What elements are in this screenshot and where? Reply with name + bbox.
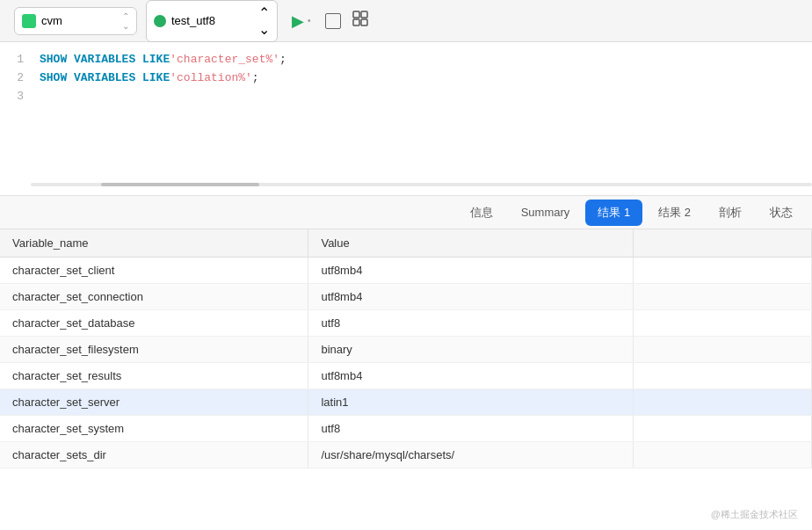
results-table: Variable_name Value character_set_client… [0,229,812,468]
tab-status[interactable]: 状态 [758,200,805,226]
svg-rect-0 [353,11,359,18]
code-line-2: SHOW VARIABLES LIKE 'collation%'; [40,69,803,88]
table-row: character_set_clientutf8mb4 [0,258,812,284]
tab-summary[interactable]: Summary [509,200,583,224]
tab-info[interactable]: 信息 [458,200,505,226]
string-collation: 'collation%' [170,69,252,88]
toolbar: cvm ⌃⌄ test_utf8 ⌃⌄ ▶ • [0,0,812,42]
table-row: character_set_serverlatin1 [0,389,812,416]
cell-variable-name: character_set_results [0,363,308,389]
cell-extra [633,337,811,363]
table-row: character_set_resultsutf8mb4 [0,363,812,389]
cell-variable-name: character_set_filesystem [0,337,308,363]
cell-value: utf8 [308,416,633,442]
table-row: character_set_connectionutf8mb4 [0,284,812,310]
cell-value: utf8mb4 [308,284,633,310]
code-line-1: SHOW VARIABLES LIKE 'character_set%'; [40,51,803,69]
run-dot: • [308,16,311,25]
cell-extra [633,416,811,442]
svg-rect-3 [361,19,367,25]
bottom-section: 信息 Summary 结果 1 结果 2 剖析 状态 Variable_name… [0,196,812,530]
cell-extra [633,363,811,389]
cell-variable-name: character_sets_dir [0,442,308,468]
tab-result2[interactable]: 结果 2 [646,200,703,226]
col-header-variable-name: Variable_name [0,229,308,258]
db1-chevron-icon: ⌃⌄ [122,11,129,31]
db1-icon [22,14,36,28]
db1-name: cvm [41,14,117,27]
cell-value: utf8 [308,310,633,337]
keyword-show-2: SHOW VARIABLES LIKE [40,69,170,88]
cell-value: /usr/share/mysql/charsets/ [308,442,633,468]
cell-extra [633,284,811,310]
play-icon: ▶ [292,13,304,29]
grid-icon [352,10,369,27]
line-numbers: 1 2 3 [0,51,31,105]
editor-area[interactable]: 1 2 3 SHOW VARIABLES LIKE 'character_set… [0,42,812,196]
horizontal-scrollbar[interactable] [31,183,812,188]
cell-value: utf8mb4 [308,363,633,389]
db2-selector[interactable]: test_utf8 ⌃⌄ [146,0,278,42]
svg-rect-1 [361,11,367,18]
svg-rect-2 [353,19,359,25]
db2-chevron-icon: ⌃⌄ [258,4,270,38]
tab-bar: 信息 Summary 结果 1 结果 2 剖析 状态 [0,196,812,229]
table-row: character_set_databaseutf8 [0,310,812,337]
cell-value: binary [308,337,633,363]
db2-icon [154,15,166,27]
cell-variable-name: character_set_connection [0,284,308,310]
cell-extra [633,442,811,468]
db2-name: test_utf8 [171,14,253,27]
run-button[interactable]: ▶ • [286,10,316,33]
code-line-3 [40,88,803,106]
cell-variable-name: character_set_server [0,389,308,416]
table-header-row: Variable_name Value [0,229,812,258]
code-content[interactable]: SHOW VARIABLES LIKE 'character_set%'; SH… [31,51,812,105]
results-area[interactable]: Variable_name Value character_set_client… [0,229,812,530]
cell-value: latin1 [308,389,633,416]
table-row: character_sets_dir/usr/share/mysql/chars… [0,442,812,468]
table-row: character_set_systemutf8 [0,416,812,442]
watermark: @稀土掘金技术社区 [711,508,798,521]
cell-extra [633,258,811,284]
cell-extra [633,389,811,416]
keyword-show-1: SHOW VARIABLES LIKE [40,51,170,69]
grid-button[interactable] [350,8,371,33]
cell-variable-name: character_set_system [0,416,308,442]
db1-selector[interactable]: cvm ⌃⌄ [14,7,137,35]
string-charset: 'character_set%' [170,51,279,69]
cell-variable-name: character_set_client [0,258,308,284]
stop-button[interactable] [325,13,341,29]
tab-analyze[interactable]: 剖析 [707,200,754,226]
app-container: cvm ⌃⌄ test_utf8 ⌃⌄ ▶ • 1 2 3 [0,0,812,530]
col-header-value: Value [308,229,633,258]
table-row: character_set_filesystembinary [0,337,812,363]
cell-extra [633,310,811,337]
tab-result1[interactable]: 结果 1 [585,200,642,226]
col-header-extra [633,229,811,258]
cell-variable-name: character_set_database [0,310,308,337]
cell-value: utf8mb4 [308,258,633,284]
